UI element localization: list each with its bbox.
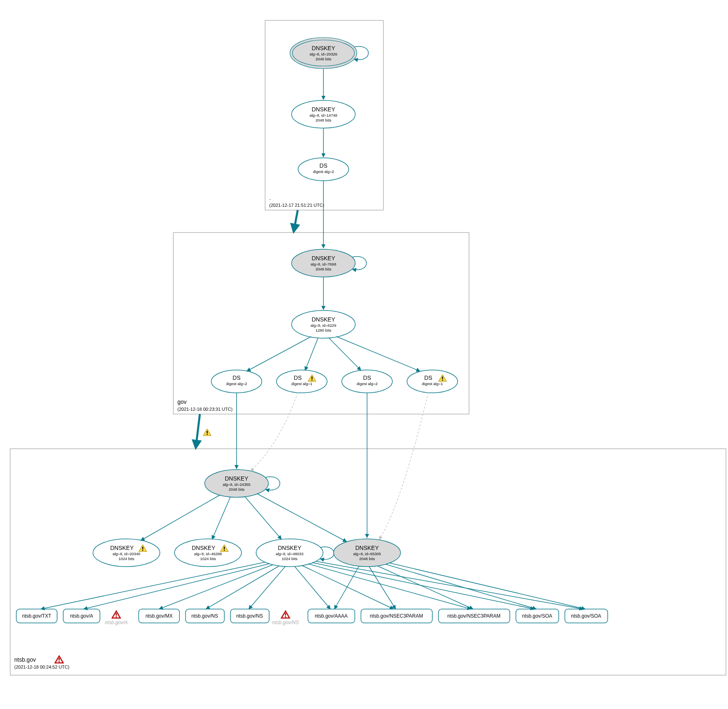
svg-text:DNSKEY: DNSKEY xyxy=(312,255,335,261)
rr-soa1[interactable]: ntsb.gov/SOA xyxy=(516,609,559,623)
node-gov-ksk[interactable]: DNSKEY alg=8, id=7698 2048 bits xyxy=(292,249,355,277)
svg-text:alg=8, id=20340: alg=8, id=20340 xyxy=(113,552,140,556)
node-gov-ds1[interactable]: DS digest alg=2 xyxy=(211,370,262,393)
svg-text:digest alg=2: digest alg=2 xyxy=(226,381,247,386)
edge-dashed xyxy=(251,392,298,471)
node-root-ksk[interactable]: DNSKEY alg=8, id=20326 2048 bits xyxy=(290,38,357,69)
zone-gov-name: gov xyxy=(177,399,187,405)
edge-zone-root-to-gov xyxy=(294,210,298,232)
svg-text:alg=8, id=14748: alg=8, id=14748 xyxy=(310,113,337,117)
svg-text:DS: DS xyxy=(424,374,432,381)
svg-text:ntsb.gov/NS: ntsb.gov/NS xyxy=(236,613,263,619)
rr-ns2[interactable]: ntsb.gov/NS xyxy=(230,609,269,623)
node-gov-ds4[interactable]: DS digest alg=1 xyxy=(407,370,458,393)
svg-text:DNSKEY: DNSKEY xyxy=(312,106,335,113)
edge-zone-gov-to-ntsb xyxy=(196,414,200,448)
svg-text:1280 bits: 1280 bits xyxy=(316,328,332,332)
rr-a[interactable]: ntsb.gov/A xyxy=(63,609,100,623)
edge xyxy=(316,561,583,609)
node-gov-ds3[interactable]: DS digest alg=2 xyxy=(342,370,392,393)
svg-text:1024 bits: 1024 bits xyxy=(282,556,298,561)
svg-text:DNSKEY: DNSKEY xyxy=(278,545,301,551)
zone-gov-time: (2021-12-18 00:23:31 UTC) xyxy=(177,407,232,412)
rr-ns-error[interactable]: ntsb.gov/NS xyxy=(272,611,299,625)
zone-ntsb-time: (2021-12-18 00:24:52 UTC) xyxy=(14,665,69,669)
svg-text:alg=8, id=20326: alg=8, id=20326 xyxy=(310,52,337,56)
edge xyxy=(329,338,361,370)
edge xyxy=(141,495,220,541)
svg-text:DS: DS xyxy=(232,374,240,381)
svg-text:ntsb.gov/SOA: ntsb.gov/SOA xyxy=(571,613,601,619)
svg-text:DS: DS xyxy=(294,374,301,381)
svg-text:ntsb.gov/NSEC3PARAM: ntsb.gov/NSEC3PARAM xyxy=(370,613,423,619)
svg-text:digest alg=1: digest alg=1 xyxy=(291,381,312,386)
svg-text:2048 bits: 2048 bits xyxy=(229,487,245,492)
svg-text:2048 bits: 2048 bits xyxy=(316,267,332,271)
svg-text:alg=8, id=46288: alg=8, id=46288 xyxy=(194,552,222,556)
svg-text:DNSKEY: DNSKEY xyxy=(225,475,248,482)
node-root-zsk[interactable]: DNSKEY alg=8, id=14748 2048 bits xyxy=(292,100,355,128)
svg-text:1024 bits: 1024 bits xyxy=(119,556,135,561)
svg-text:DS: DS xyxy=(363,374,371,381)
svg-text:DNSKEY: DNSKEY xyxy=(110,545,134,551)
svg-text:digest alg=2: digest alg=2 xyxy=(356,381,378,386)
rr-ns1[interactable]: ntsb.gov/NS xyxy=(186,609,224,623)
edge xyxy=(336,337,420,371)
node-root-ds[interactable]: DS digest alg=2 xyxy=(298,158,349,181)
edge xyxy=(41,562,265,609)
svg-text:DNSKEY: DNSKEY xyxy=(312,45,335,51)
svg-text:alg=8, id=65305: alg=8, id=65305 xyxy=(353,552,381,556)
edge xyxy=(385,564,536,609)
node-ntsb-k4[interactable]: DNSKEY alg=8, id=65305 2048 bits xyxy=(334,539,401,567)
edge xyxy=(389,563,585,609)
node-gov-zsk[interactable]: DNSKEY alg=8, id=6229 1280 bits xyxy=(292,310,355,338)
svg-text:ntsb.gov/AAAA: ntsb.gov/AAAA xyxy=(315,613,348,619)
warning-icon xyxy=(203,429,211,436)
rr-txt[interactable]: ntsb.gov/TXT xyxy=(16,609,57,623)
edge xyxy=(212,497,230,539)
rr-n3p1[interactable]: ntsb.gov/NSEC3PARAM xyxy=(361,609,432,623)
edge xyxy=(334,566,359,609)
svg-text:2048 bits: 2048 bits xyxy=(316,118,332,122)
edge xyxy=(245,496,281,539)
zone-root-time: (2021-12-17 21:51:21 UTC) xyxy=(269,203,324,208)
edge xyxy=(302,565,394,609)
error-icon xyxy=(55,656,63,663)
svg-text:2048 bits: 2048 bits xyxy=(359,556,375,561)
rr-a-error[interactable]: ntsb.gov/A xyxy=(105,611,128,625)
svg-text:DNSKEY: DNSKEY xyxy=(192,545,215,551)
svg-text:digest alg=1: digest alg=1 xyxy=(422,381,443,386)
zone-ntsb-name: ntsb.gov xyxy=(14,656,36,663)
svg-text:ntsb.gov/NS: ntsb.gov/NS xyxy=(191,613,218,619)
svg-text:ntsb.gov/NSEC3PARAM: ntsb.gov/NSEC3PARAM xyxy=(447,613,501,619)
svg-text:DNSKEY: DNSKEY xyxy=(312,316,335,323)
edge xyxy=(305,338,318,370)
svg-text:ntsb.gov/TXT: ntsb.gov/TXT xyxy=(22,613,51,619)
svg-text:alg=8, id=48033: alg=8, id=48033 xyxy=(276,552,303,556)
rr-mx[interactable]: ntsb.gov/MX xyxy=(139,609,179,623)
node-ntsb-k1[interactable]: DNSKEY alg=8, id=20340 1024 bits xyxy=(93,539,160,567)
svg-text:alg=8, id=6229: alg=8, id=6229 xyxy=(311,323,336,328)
svg-text:ntsb.gov/SOA: ntsb.gov/SOA xyxy=(522,613,552,619)
node-ntsb-k2[interactable]: DNSKEY alg=8, id=46288 1024 bits xyxy=(175,539,241,567)
rr-aaaa[interactable]: ntsb.gov/AAAA xyxy=(308,609,355,623)
edge xyxy=(159,565,273,609)
svg-text:1024 bits: 1024 bits xyxy=(200,556,216,561)
error-icon xyxy=(112,611,120,618)
rr-n3p2[interactable]: ntsb.gov/NSEC3PARAM xyxy=(438,609,510,623)
node-ntsb-ksk[interactable]: DNSKEY alg=8, id=24355 2048 bits xyxy=(205,470,268,497)
svg-text:2048 bits: 2048 bits xyxy=(316,57,332,61)
svg-text:alg=8, id=24355: alg=8, id=24355 xyxy=(223,482,250,487)
dnssec-graph: . (2021-12-17 21:51:21 UTC) gov (2021-12… xyxy=(4,4,728,709)
svg-text:digest alg=2: digest alg=2 xyxy=(313,169,334,174)
svg-text:DNSKEY: DNSKEY xyxy=(355,545,379,551)
rr-soa2[interactable]: ntsb.gov/SOA xyxy=(565,609,608,623)
edge xyxy=(247,337,311,371)
node-gov-ds2[interactable]: DS digest alg=1 xyxy=(277,370,327,393)
edge xyxy=(257,494,347,542)
svg-text:ntsb.gov/MX: ntsb.gov/MX xyxy=(146,613,173,619)
svg-text:DS: DS xyxy=(319,162,327,169)
edge xyxy=(249,566,285,609)
edge xyxy=(294,566,330,609)
svg-text:alg=8, id=7698: alg=8, id=7698 xyxy=(311,262,336,266)
